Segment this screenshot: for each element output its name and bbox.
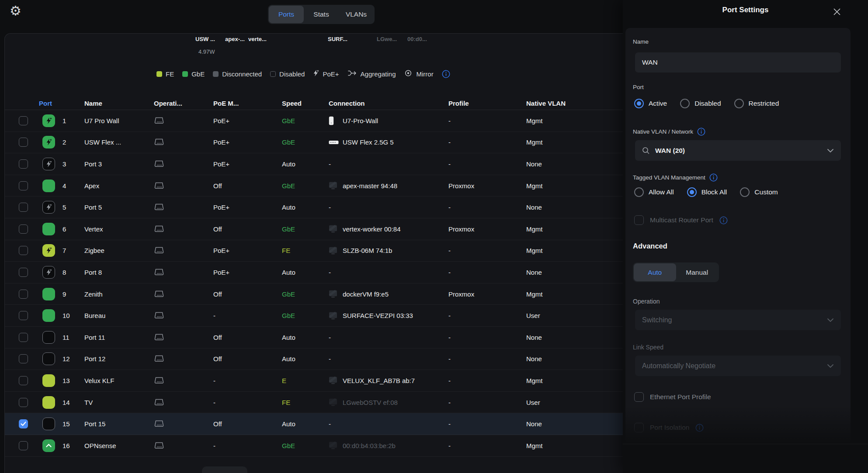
column-header-profile[interactable]: Profile — [448, 100, 469, 107]
row-checkbox[interactable] — [19, 268, 28, 277]
port-speed: Auto — [282, 413, 295, 435]
column-header-poem[interactable]: PoE M... — [213, 100, 239, 107]
radio-tagged-block-all[interactable]: Block All — [687, 187, 727, 197]
info-icon[interactable] — [442, 70, 450, 78]
name-field-label: Name — [633, 38, 649, 45]
poe-mode: - — [213, 370, 215, 391]
operation-cell — [154, 305, 164, 326]
row-checkbox[interactable] — [19, 181, 28, 190]
tab-vlans[interactable]: VLANs — [339, 6, 374, 23]
port-status-icon — [42, 352, 55, 365]
port-status-icon — [42, 331, 55, 344]
tab-stats[interactable]: Stats — [304, 6, 339, 23]
ethernet-port-profile-checkbox[interactable] — [634, 392, 644, 402]
row-checkbox-cell — [19, 175, 28, 197]
port-profile: - — [448, 349, 451, 370]
settings-gear-icon[interactable]: ⚙ — [10, 4, 21, 17]
poe-bolt-icon — [313, 69, 319, 77]
operation-select[interactable]: Switching — [635, 310, 841, 330]
switch-icon — [154, 311, 164, 320]
info-icon[interactable] — [719, 216, 728, 224]
info-icon[interactable] — [709, 173, 718, 182]
native-vlan: Mgmt — [526, 175, 543, 197]
tab-ports[interactable]: Ports — [269, 6, 304, 23]
radio-port-disabled[interactable]: Disabled — [680, 99, 721, 108]
column-header-port[interactable]: Port — [39, 100, 52, 107]
close-icon[interactable] — [832, 7, 842, 17]
info-icon[interactable] — [695, 424, 704, 432]
switch-icon — [154, 268, 164, 276]
port-status-cell — [42, 132, 55, 153]
native-vlan-label: Native VLAN / Network — [633, 128, 705, 136]
info-icon[interactable] — [697, 128, 705, 136]
port-speed: Auto — [282, 153, 295, 175]
row-checkbox-cell — [19, 218, 28, 240]
operation-cell — [154, 175, 164, 197]
radio-port-active[interactable]: Active — [634, 99, 667, 108]
multicast-checkbox[interactable] — [634, 215, 644, 225]
port-speed: GbE — [282, 110, 295, 131]
row-checkbox-cell — [19, 132, 28, 153]
port-overview-label: SURF... — [328, 36, 347, 42]
radio-dot — [740, 187, 750, 197]
row-checkbox-cell — [19, 153, 28, 175]
row-checkbox[interactable] — [19, 116, 28, 125]
port-status-cell — [42, 305, 55, 326]
row-checkbox[interactable] — [19, 246, 28, 255]
legend-label: Disconnected — [222, 70, 262, 78]
poe-mode: - — [213, 392, 215, 413]
row-checkbox[interactable] — [19, 333, 28, 342]
column-header-operati[interactable]: Operati... — [154, 100, 182, 107]
radio-tagged-custom[interactable]: Custom — [740, 187, 778, 197]
row-checkbox[interactable] — [19, 290, 28, 299]
connection-name: - — [329, 153, 331, 175]
port-status-icon — [42, 288, 55, 300]
port-status-cell — [42, 349, 55, 370]
native-vlan: None — [526, 153, 542, 175]
port-isolation-checkbox[interactable] — [634, 423, 644, 432]
panel-footer: Cancel Apply Changes — [623, 444, 868, 473]
port-number: 7 — [62, 240, 66, 262]
native-vlan: Mgmt — [526, 370, 543, 391]
column-header-speed[interactable]: Speed — [282, 100, 302, 107]
client-device-icon — [329, 398, 337, 406]
native-vlan-select[interactable]: WAN (20) — [635, 140, 841, 161]
row-checkbox[interactable] — [19, 376, 28, 385]
poe-bolt-icon — [46, 269, 52, 276]
port-status-icon — [42, 223, 55, 235]
client-device-icon — [329, 376, 337, 384]
row-checkbox-cell — [19, 349, 28, 370]
row-checkbox[interactable] — [19, 159, 28, 169]
column-header-nativevlan[interactable]: Native VLAN — [526, 100, 566, 107]
mode-auto[interactable]: Auto — [634, 263, 676, 281]
poe-bolt-icon — [46, 138, 52, 146]
radio-tagged-allow-all[interactable]: Allow All — [634, 187, 674, 197]
info-icon[interactable] — [442, 70, 450, 78]
link-speed-select[interactable]: Automatically Negotiate — [635, 356, 841, 376]
mode-manual[interactable]: Manual — [676, 263, 719, 281]
name-input[interactable]: WAN — [635, 52, 841, 73]
row-checkbox[interactable] — [19, 419, 28, 428]
radio-dot — [687, 187, 697, 197]
row-checkbox[interactable] — [19, 203, 28, 212]
column-header-connection[interactable]: Connection — [329, 100, 365, 107]
row-checkbox[interactable] — [19, 441, 28, 450]
advanced-mode-toggle: AutoManual — [633, 262, 719, 282]
radio-port-restricted[interactable]: Restricted — [734, 99, 779, 108]
switch-icon — [154, 160, 164, 168]
column-header-name[interactable]: Name — [84, 100, 102, 107]
pagination-button-partial[interactable] — [202, 466, 247, 473]
native-vlan: Mgmt — [526, 218, 543, 240]
poe-mode: PoE+ — [213, 110, 229, 131]
port-number: 12 — [62, 349, 70, 370]
row-checkbox[interactable] — [19, 398, 28, 407]
client-icon — [329, 218, 337, 240]
view-tabs: PortsStatsVLANs — [268, 5, 375, 24]
legend-swatch-outline — [270, 71, 276, 77]
row-checkbox[interactable] — [19, 354, 28, 363]
port-number: 11 — [62, 327, 69, 348]
radio-label: Custom — [754, 188, 778, 196]
row-checkbox[interactable] — [19, 224, 28, 234]
row-checkbox[interactable] — [19, 138, 28, 147]
row-checkbox[interactable] — [19, 311, 28, 320]
